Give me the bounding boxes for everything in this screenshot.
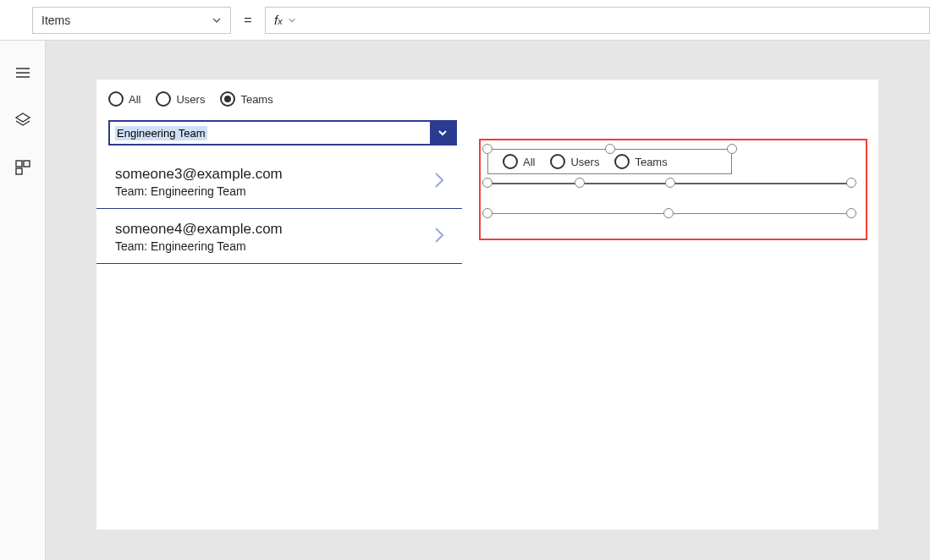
chevron-down-icon [288,16,296,25]
radio-users[interactable]: Users [156,91,205,107]
fx-box[interactable]: fx [265,7,317,34]
list-item-secondary: Team: Engineering Team [115,184,283,198]
radio-teams[interactable]: Teams [220,91,272,107]
radio-teams[interactable]: Teams [614,154,667,169]
radio-label: Teams [635,156,667,168]
filter-radio-group-left: AllUsersTeams [108,91,273,107]
resize-handle[interactable] [846,178,856,188]
chevron-down-icon [212,15,222,25]
radio-label: All [129,93,140,106]
property-selector-label: Items [41,14,70,27]
hamburger-icon[interactable] [14,64,31,81]
resize-handle[interactable] [575,178,585,188]
svg-rect-2 [16,168,22,174]
resize-handle[interactable] [482,144,493,154]
radio-users[interactable]: Users [550,154,599,169]
property-selector[interactable]: Items [32,7,231,34]
list-item-secondary: Team: Engineering Team [115,239,283,253]
svg-rect-0 [16,161,22,167]
fx-icon: fx [274,13,283,27]
radio-circle-icon [614,154,630,169]
radio-all[interactable]: All [503,154,535,169]
radio-circle-icon [220,91,235,107]
resize-handle[interactable] [482,178,493,188]
equals-label: = [231,13,265,28]
filter-radio-group-right: AllUsersTeams [503,154,668,169]
list-item-text: someone3@example.comTeam: Engineering Te… [115,166,283,198]
list-item-text: someone4@example.comTeam: Engineering Te… [115,221,283,253]
results-list: someone3@example.comTeam: Engineering Te… [96,154,462,264]
radio-label: Users [570,156,599,168]
svg-rect-1 [24,161,30,167]
resize-handle[interactable] [727,144,737,154]
radio-circle-icon [503,154,518,169]
radio-label: All [523,156,535,168]
radio-circle-icon [108,91,124,107]
radio-dot-icon [224,96,231,102]
list-item[interactable]: someone3@example.comTeam: Engineering Te… [96,154,462,209]
radio-label: Teams [240,93,272,106]
team-dropdown-text: Engineering Team [110,127,430,140]
team-dropdown-button[interactable] [430,122,455,144]
left-rail [0,41,46,560]
chevron-right-icon [432,168,447,195]
resize-handle[interactable] [482,208,493,218]
app-screen[interactable]: AllUsersTeams Engineering Team someone3@… [96,80,878,530]
canvas-area: AllUsersTeams Engineering Team someone3@… [46,41,930,560]
resize-handle[interactable] [846,208,856,218]
resize-handle[interactable] [663,208,674,218]
radio-label: Users [176,93,205,106]
resize-handle[interactable] [605,144,615,154]
list-item[interactable]: someone4@example.comTeam: Engineering Te… [96,209,462,264]
list-item-primary: someone4@example.com [115,221,283,238]
formula-bar: Items = fx [0,0,930,41]
team-dropdown[interactable]: Engineering Team [108,120,457,145]
resize-handle[interactable] [665,178,675,188]
layers-icon[interactable] [14,112,31,129]
components-icon[interactable] [14,159,31,176]
radio-all[interactable]: All [108,91,140,107]
list-item-primary: someone3@example.com [115,166,283,183]
radio-circle-icon [156,91,171,107]
radio-circle-icon [550,154,565,169]
formula-input[interactable] [317,7,930,34]
chevron-right-icon [432,223,447,250]
